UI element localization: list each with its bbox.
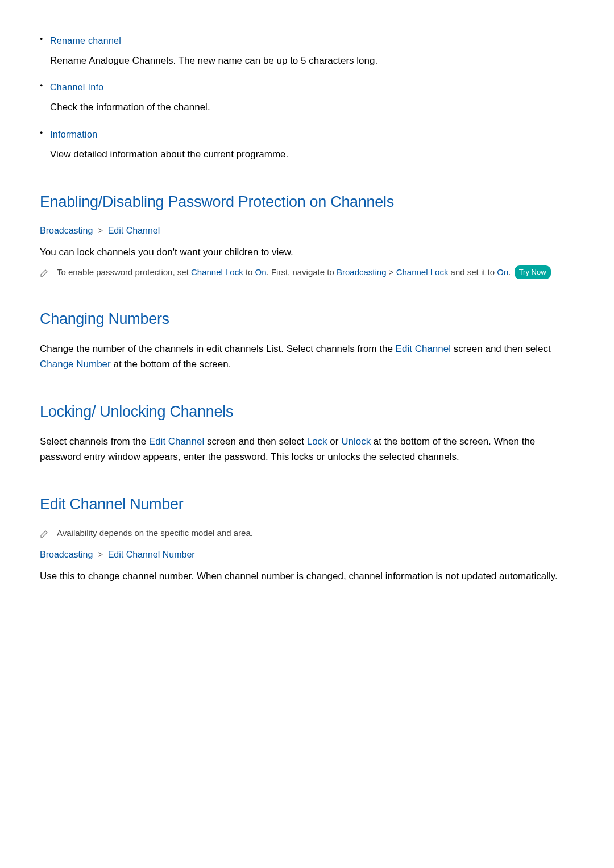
menu-ref-edit-channel: Edit Channel [149, 436, 204, 447]
breadcrumb: Broadcasting > Edit Channel [40, 224, 574, 238]
breadcrumb-item-edit-channel-number[interactable]: Edit Channel Number [108, 550, 195, 559]
top-item-list: Rename channel Rename Analogue Channels.… [40, 34, 574, 162]
item-desc: Rename Analogue Channels. The new name c… [50, 53, 574, 68]
note-segment: and set it to [448, 267, 497, 277]
text-segment: at the bottom of the screen. [111, 359, 231, 369]
note-segment: To enable password protection, set [57, 267, 191, 277]
menu-ref-lock: Lock [307, 436, 327, 447]
menu-ref-on: On [497, 267, 508, 277]
note-text: To enable password protection, set Chann… [57, 265, 574, 280]
menu-ref-unlock: Unlock [341, 436, 371, 447]
list-item: Rename channel Rename Analogue Channels.… [50, 34, 574, 68]
breadcrumb-separator: > [98, 226, 103, 235]
heading-edit-channel-number: Edit Channel Number [40, 493, 574, 516]
menu-ref-broadcasting: Broadcasting [337, 267, 387, 277]
body-text: Select channels from the Edit Channel sc… [40, 434, 574, 464]
heading-locking-unlocking: Locking/ Unlocking Channels [40, 400, 574, 423]
text-segment: screen and then select [451, 343, 551, 354]
try-now-button[interactable]: Try Now [515, 265, 551, 279]
note-row: To enable password protection, set Chann… [40, 265, 574, 280]
item-title-channel-info: Channel Info [50, 81, 574, 94]
item-desc: Check the information of the channel. [50, 100, 574, 115]
item-title-information: Information [50, 128, 574, 142]
breadcrumb-separator: > [98, 550, 103, 559]
menu-ref-channel-lock: Channel Lock [191, 267, 243, 277]
text-segment: Change the number of the channels in edi… [40, 343, 396, 354]
item-desc: View detailed information about the curr… [50, 147, 574, 162]
note-text: Availability depends on the specific mod… [57, 526, 574, 541]
text-segment: Select channels from the [40, 436, 149, 447]
note-segment: > [387, 267, 396, 277]
breadcrumb-item-edit-channel[interactable]: Edit Channel [108, 226, 160, 235]
menu-ref-channel-lock: Channel Lock [396, 267, 449, 277]
body-text: Use this to change channel number. When … [40, 568, 574, 584]
text-segment: or [327, 436, 342, 447]
heading-changing-numbers: Changing Numbers [40, 308, 574, 331]
breadcrumb: Broadcasting > Edit Channel Number [40, 548, 574, 562]
pencil-icon [40, 267, 49, 276]
heading-password-protection: Enabling/Disabling Password Protection o… [40, 190, 574, 214]
body-text: You can lock channels you don't want you… [40, 244, 574, 260]
note-segment: to [243, 267, 255, 277]
pencil-icon [40, 528, 49, 537]
list-item: Information View detailed information ab… [50, 128, 574, 162]
text-segment: screen and then select [204, 436, 307, 447]
note-row: Availability depends on the specific mod… [40, 526, 574, 541]
note-segment: . [508, 267, 513, 277]
list-item: Channel Info Check the information of th… [50, 81, 574, 115]
menu-ref-change-number: Change Number [40, 359, 111, 369]
item-title-rename: Rename channel [50, 34, 574, 48]
body-text: Change the number of the channels in edi… [40, 341, 574, 372]
breadcrumb-item-broadcasting[interactable]: Broadcasting [40, 550, 93, 559]
note-segment: . First, navigate to [267, 267, 337, 277]
page-content: Rename channel Rename Analogue Channels.… [40, 34, 574, 584]
breadcrumb-item-broadcasting[interactable]: Broadcasting [40, 226, 93, 235]
menu-ref-on: On [255, 267, 267, 277]
menu-ref-edit-channel: Edit Channel [396, 343, 451, 354]
